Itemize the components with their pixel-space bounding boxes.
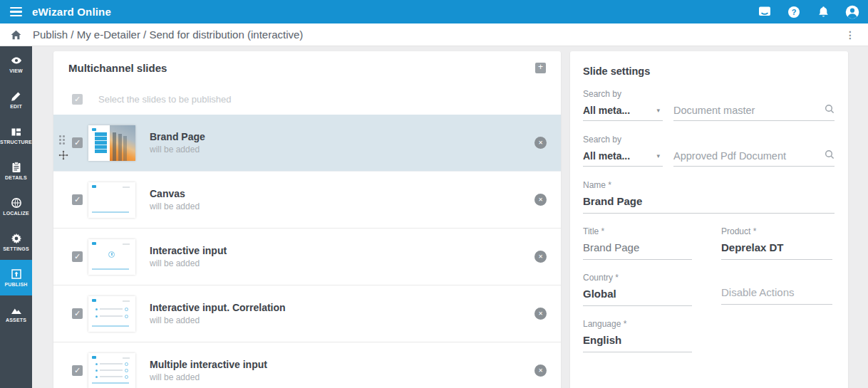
slide-thumbnail [88,353,135,388]
remove-slide-icon[interactable]: ✕ [534,194,547,206]
title-field[interactable]: Title * Brand Page [583,226,692,260]
notifications-bell-icon[interactable] [816,5,830,19]
chat-icon[interactable] [758,5,772,19]
disable-actions-placeholder: Disable Actions [721,286,832,305]
slide-status: will be added [150,258,227,268]
approved-pdf-search-input[interactable]: Approved Pdf Document [673,150,835,167]
slide-checkbox[interactable]: ✓ [72,137,83,148]
pencil-icon [11,90,22,102]
search-group-approved-pdf: Search by All meta... ▾ Approved Pdf Doc… [583,135,835,167]
name-value: Brand Page [583,195,835,214]
slide-row-canvas[interactable]: ✓ Canvas will be added ✕ [53,172,561,229]
sidebar-item-publish[interactable]: PUBLISH [0,260,32,295]
move-cursor-icon [58,150,68,163]
publish-box-icon [11,268,22,280]
slide-status: will be added [150,315,286,325]
sidebar: VIEW EDIT STRUCTURE DETAILS LOCALIZE SET… [0,46,32,388]
remove-slide-icon[interactable]: ✕ [534,365,547,377]
language-field[interactable]: Language * English [583,319,692,352]
layout-icon [11,126,22,137]
chevron-down-icon: ▾ [656,107,660,114]
multichannel-slides-panel: Multichannel slides + ✓ Select the slide… [53,51,561,388]
product-field[interactable]: Product * Deprelax DT [721,226,832,260]
home-icon[interactable] [0,23,32,46]
sidebar-item-view[interactable]: VIEW [0,46,32,82]
profile-avatar-icon[interactable] [845,5,859,19]
drag-handle-icon[interactable] [59,135,66,147]
slide-info: Interactive input. Correlation will be a… [150,302,286,325]
breadcrumb-bar: Publish / My e-Detailer / Send for distr… [0,23,868,46]
slide-status: will be added [150,201,200,211]
add-slide-button[interactable]: + [535,63,546,73]
top-bar: eWizard Online ? [0,0,868,23]
slide-thumbnail [88,239,135,275]
slide-row-interactive-input[interactable]: ✓ Interactive input will be added ✕ [53,229,561,285]
sidebar-item-structure[interactable]: STRUCTURE [0,117,32,153]
sidebar-item-details[interactable]: DETAILS [0,153,32,189]
language-label: Language * [583,319,692,329]
country-field[interactable]: Country * Global [583,273,692,306]
select-all-row: ✓ Select the slides to be published [53,84,561,115]
select-all-checkbox[interactable]: ✓ [72,94,83,105]
slide-thumbnail [88,182,135,218]
metadata-dropdown[interactable]: All meta... ▾ [583,105,663,121]
disable-actions-field[interactable]: Disable Actions [721,273,832,306]
eye-icon [11,55,22,66]
slide-name: Multiple interactive input [150,359,267,370]
remove-slide-icon[interactable]: ✕ [534,137,547,149]
search-group-document-master: Search by All meta... ▾ Document master [583,89,835,121]
metadata-dropdown[interactable]: All meta... ▾ [583,150,663,167]
search-by-label: Search by [583,135,835,145]
slide-thumbnail [88,125,135,161]
help-icon[interactable]: ? [787,5,801,19]
globe-icon [11,197,22,209]
remove-slide-icon[interactable]: ✕ [534,308,547,320]
search-icon [825,104,835,117]
breadcrumb[interactable]: Publish / My e-Detailer / Send for distr… [33,28,303,41]
topbar-actions: ? [758,5,868,19]
name-field[interactable]: Name * Brand Page [583,180,835,214]
country-value: Global [583,288,692,306]
sidebar-item-settings[interactable]: SETTINGS [0,224,32,260]
sidebar-item-localize[interactable]: LOCALIZE [0,189,32,224]
slide-row-brand-page[interactable]: ✓ Brand Page will be added ✕ [53,115,561,172]
chevron-down-icon: ▾ [656,152,660,159]
clipboard-icon [11,162,22,173]
sidebar-item-edit[interactable]: EDIT [0,82,32,117]
slide-thumbnail [88,296,135,332]
product-label: Product * [721,226,832,236]
title-value: Brand Page [583,241,692,260]
more-options-icon[interactable]: ⋮ [841,28,859,41]
slide-checkbox[interactable]: ✓ [72,194,83,205]
slide-info: Canvas will be added [150,188,200,211]
slides-panel-title: Multichannel slides [68,62,167,74]
slide-row-multiple-interactive[interactable]: ✓ Multiple interactive input will be add… [53,342,561,388]
title-label: Title * [583,226,692,236]
search-icon [825,150,835,162]
country-label: Country * [583,273,692,283]
slide-status: will be added [150,372,267,382]
name-label: Name * [583,180,835,190]
search-by-label: Search by [583,89,835,99]
slide-name: Interactive input [150,245,227,256]
app-title: eWizard Online [32,6,111,18]
slide-row-interactive-correlation[interactable]: ✓ Interactive input. Correlation will be… [53,285,561,342]
gear-icon [11,233,22,244]
slide-checkbox[interactable]: ✓ [72,365,83,376]
menu-icon[interactable] [0,0,32,23]
slide-checkbox[interactable]: ✓ [72,251,83,262]
sidebar-item-assets[interactable]: ASSETS [0,295,32,331]
document-master-search-input[interactable]: Document master [673,104,835,121]
slide-checkbox[interactable]: ✓ [72,308,83,319]
slide-info: Brand Page will be added [150,131,205,154]
remove-slide-icon[interactable]: ✕ [534,251,547,263]
slide-name: Interactive input. Correlation [150,302,286,313]
slides-panel-header: Multichannel slides + [53,51,561,84]
mountains-icon [11,304,22,315]
slide-info: Interactive input will be added [150,245,227,268]
language-value: English [583,334,692,352]
slide-name: Canvas [150,188,200,199]
slide-status: will be added [150,145,205,154]
slide-name: Brand Page [150,131,205,142]
slide-settings-title: Slide settings [583,65,835,77]
